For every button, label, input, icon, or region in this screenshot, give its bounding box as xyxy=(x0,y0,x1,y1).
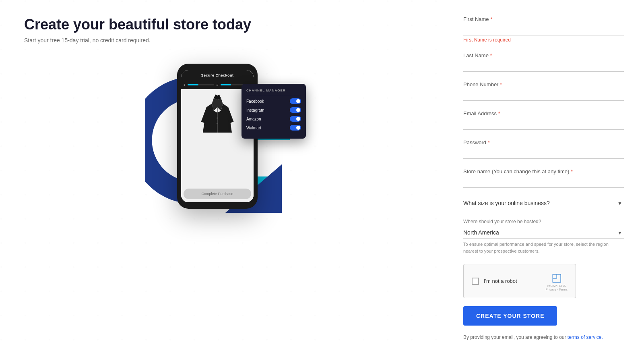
captcha-brand: reCAPTCHA xyxy=(547,284,566,288)
svg-point-11 xyxy=(217,123,218,125)
required-star: * xyxy=(490,16,492,22)
email-group: Email Address * xyxy=(463,110,624,130)
channel-instagram-toggle[interactable] xyxy=(290,107,301,113)
create-store-button[interactable]: CREATE YOUR STORE xyxy=(463,306,557,326)
store-name-input[interactable] xyxy=(463,176,624,188)
svg-point-9 xyxy=(217,112,218,114)
left-panel: Create your beautiful store today Start … xyxy=(0,0,443,357)
recaptcha-icon: ◰ xyxy=(551,271,562,284)
password-label: Password * xyxy=(463,139,624,145)
first-name-group: First Name * First Name is required xyxy=(463,16,624,43)
captcha-left: I'm not a robot xyxy=(472,278,517,285)
left-content: Create your beautiful store today Start … xyxy=(24,16,419,213)
channel-manager-title: CHANNEL MANAGER xyxy=(246,89,301,95)
store-name-label: Store name (You can change this at any t… xyxy=(463,168,624,174)
channel-walmart-toggle[interactable] xyxy=(290,125,301,131)
channel-amazon-label: Amazon xyxy=(246,117,261,121)
captcha-logo: ◰ reCAPTCHA Privacy · Terms xyxy=(545,271,568,291)
channel-item-instagram: Instagram xyxy=(246,107,301,113)
captcha-checkbox[interactable] xyxy=(472,278,479,285)
business-size-wrapper: What size is your online business? Just … xyxy=(463,197,624,209)
channel-manager-popup: CHANNEL MANAGER Facebook Instagram Amazo… xyxy=(242,84,306,139)
step-1: 1 xyxy=(184,83,185,87)
captcha-text: I'm not a robot xyxy=(484,278,517,284)
required-star-2: * xyxy=(490,52,492,58)
store-name-group: Store name (You can change this at any t… xyxy=(463,168,624,188)
password-input[interactable] xyxy=(463,147,624,159)
channel-amazon-toggle[interactable] xyxy=(290,116,301,122)
first-name-label: First Name * xyxy=(463,16,624,22)
complete-purchase-button[interactable]: Complete Purchase xyxy=(184,189,251,199)
channel-item-amazon: Amazon xyxy=(246,116,301,122)
channel-instagram-label: Instagram xyxy=(246,108,264,112)
required-star-4: * xyxy=(498,110,500,116)
last-name-input[interactable] xyxy=(463,60,624,72)
channel-walmart-label: Walmart xyxy=(246,126,261,130)
page-subtitle: Start your free 15-day trial, no credit … xyxy=(24,37,419,44)
right-panel: First Name * First Name is required Last… xyxy=(443,0,644,357)
channel-facebook-toggle[interactable] xyxy=(290,98,301,104)
phone-number-label: Phone Number * xyxy=(463,81,624,87)
captcha-links: Privacy · Terms xyxy=(545,288,568,291)
progress-bar xyxy=(188,84,214,85)
required-star-5: * xyxy=(488,139,490,145)
hosting-region-select[interactable]: North America Europe Asia Pacific xyxy=(463,227,624,239)
last-name-group: Last Name * xyxy=(463,52,624,72)
step-2: 2 xyxy=(217,83,218,87)
tos-text: By providing your email, you are agreein… xyxy=(463,334,624,341)
hosting-region-wrapper: North America Europe Asia Pacific ▼ xyxy=(463,227,624,239)
phone-number-group: Phone Number * xyxy=(463,81,624,101)
channel-facebook-label: Facebook xyxy=(246,99,264,104)
required-star-6: * xyxy=(571,168,573,174)
business-size-group: What size is your online business? Just … xyxy=(463,197,624,209)
hosting-region-label: Where should your store be hosted? xyxy=(463,219,624,224)
page-wrapper: Create your beautiful store today Start … xyxy=(0,0,644,357)
email-label: Email Address * xyxy=(463,110,624,116)
email-input[interactable] xyxy=(463,118,624,130)
phone-number-input[interactable] xyxy=(463,89,624,101)
hosting-region-group: Where should your store be hosted? North… xyxy=(463,219,624,254)
channel-item-walmart: Walmart xyxy=(246,125,301,131)
jacket-image xyxy=(199,92,235,137)
tos-link[interactable]: terms of service. xyxy=(568,334,603,340)
last-name-label: Last Name * xyxy=(463,52,624,58)
mockup-area: Secure Checkout 1 2 3 xyxy=(145,60,298,213)
svg-point-10 xyxy=(217,117,218,119)
business-size-select[interactable]: What size is your online business? Just … xyxy=(463,197,624,209)
page-title: Create your beautiful store today xyxy=(24,16,419,33)
channel-item-facebook: Facebook xyxy=(246,98,301,104)
first-name-error: First Name is required xyxy=(463,37,624,43)
phone-header: Secure Checkout xyxy=(181,70,254,81)
required-star-3: * xyxy=(500,81,502,87)
password-group: Password * xyxy=(463,139,624,159)
captcha-box: I'm not a robot ◰ reCAPTCHA Privacy · Te… xyxy=(463,264,576,298)
first-name-input[interactable] xyxy=(463,24,624,35)
region-hint: To ensure optimal performance and speed … xyxy=(463,241,624,254)
